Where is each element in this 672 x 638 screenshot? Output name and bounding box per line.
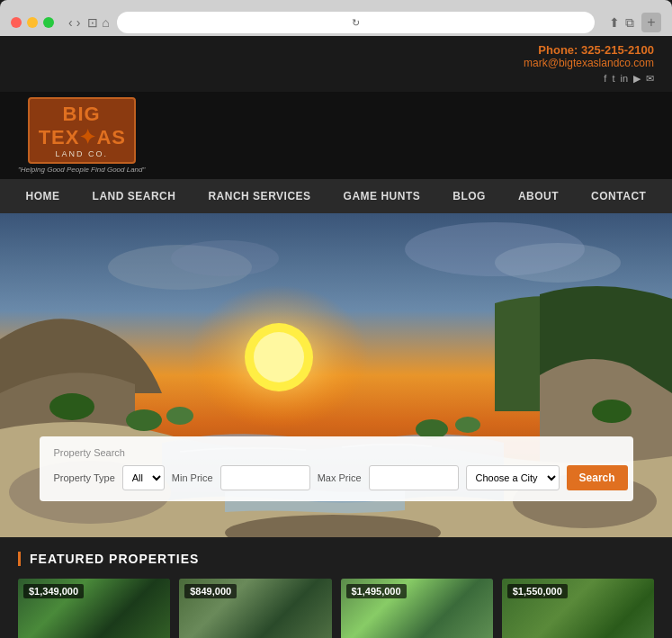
nav-contact[interactable]: CONTACT — [575, 179, 662, 213]
svg-point-12 — [166, 407, 193, 425]
facebook-icon[interactable]: f — [604, 73, 606, 85]
svg-point-14 — [455, 417, 480, 433]
property-image-2: $849,000 — [179, 579, 331, 638]
traffic-lights — [11, 17, 54, 28]
search-label: Property Search — [54, 447, 619, 458]
navigation: HOME LAND SEARCH RANCH SERVICES GAME HUN… — [0, 179, 672, 213]
browser-chrome: ‹ › ⊡ ⌂ ↻ ⬆ ⧉ + — [0, 0, 672, 36]
reload-icon: ↻ — [352, 17, 360, 29]
logo-tagline: "Helping Good People Find Good Land" — [18, 166, 145, 174]
property-type-select[interactable]: All — [122, 465, 165, 490]
max-price-label: Max Price — [318, 472, 362, 483]
logo-big: BIG — [39, 103, 125, 126]
search-button[interactable]: Search — [567, 465, 628, 490]
svg-point-7 — [254, 332, 304, 382]
logo-area[interactable]: BIG TEX✦AS LAND CO. "Helping Good People… — [18, 97, 145, 174]
min-price-input[interactable] — [220, 465, 310, 490]
maximize-button[interactable] — [43, 17, 54, 28]
svg-point-4 — [495, 243, 621, 283]
property-price-4: $1,550,000 — [507, 584, 568, 598]
tabs-button[interactable]: ⧉ — [625, 15, 634, 31]
svg-point-11 — [126, 409, 162, 431]
forward-button[interactable]: › — [76, 15, 81, 30]
twitter-icon[interactable]: t — [612, 73, 614, 85]
property-card-4[interactable]: $1,550,000 235 MERRILL INGRAM, TEXAS 780… — [502, 579, 654, 638]
youtube-icon[interactable]: ▶ — [633, 73, 641, 85]
search-panel: Property Search Property Type All Min Pr… — [40, 436, 633, 501]
property-image-4: $1,550,000 — [502, 579, 654, 638]
featured-section: FEATURED PROPERTIES $1,349,000 1302 HWY … — [0, 537, 672, 638]
svg-point-16 — [592, 400, 632, 423]
svg-point-15 — [49, 393, 94, 420]
max-price-input[interactable] — [369, 465, 459, 490]
logo-box: BIG TEX✦AS LAND CO. — [28, 97, 136, 164]
logo-star: ✦ — [79, 126, 96, 148]
phone-number: Phone: 325-215-2100 — [524, 43, 654, 57]
nav-home[interactable]: HOME — [10, 179, 76, 213]
logo-texas: TEX✦AS — [39, 126, 125, 149]
close-button[interactable] — [11, 17, 22, 28]
social-icons: f t in ▶ ✉ — [524, 73, 654, 85]
top-bar: Phone: 325-215-2100 mark@bigtexaslandco.… — [0, 36, 672, 92]
featured-title: FEATURED PROPERTIES — [18, 552, 654, 566]
property-price-2: $849,000 — [184, 584, 237, 598]
new-tab-button[interactable]: + — [641, 13, 661, 32]
share-button[interactable]: ⬆ — [609, 15, 620, 31]
property-card-1[interactable]: $1,349,000 1302 HWY 39 INGRAM, TEXAS 780… — [18, 579, 170, 638]
nav-about[interactable]: ABOUT — [502, 179, 575, 213]
address-bar[interactable]: ↻ — [117, 12, 595, 33]
nav-arrows: ‹ › — [68, 15, 80, 30]
property-price-1: $1,349,000 — [23, 584, 84, 598]
nav-blog[interactable]: BLOG — [436, 179, 502, 213]
back-button[interactable]: ‹ — [68, 15, 73, 30]
nav-land-search[interactable]: LAND SEARCH — [76, 179, 193, 213]
linkedin-icon[interactable]: in — [620, 73, 628, 85]
svg-point-2 — [171, 240, 279, 276]
phone-value[interactable]: 325-215-2100 — [581, 43, 654, 57]
logo-land: LAND CO. — [39, 149, 125, 158]
contact-info: Phone: 325-215-2100 mark@bigtexaslandco.… — [524, 43, 654, 85]
min-price-label: Min Price — [172, 472, 213, 483]
properties-grid: $1,349,000 1302 HWY 39 INGRAM, TEXAS 780… — [18, 579, 654, 638]
property-price-3: $1,495,000 — [346, 584, 407, 598]
property-type-label: Property Type — [54, 472, 115, 483]
phone-label: Phone: — [538, 43, 578, 57]
nav-game-hunts[interactable]: GAME HUNTS — [327, 179, 437, 213]
email-link[interactable]: mark@bigtexaslandco.com — [524, 57, 654, 69]
property-card-3[interactable]: $1,495,000 407 A UPPER SISTERDALE RD COM… — [341, 579, 493, 638]
site-wrapper: Phone: 325-215-2100 mark@bigtexaslandco.… — [0, 36, 672, 638]
hero-section: Property Search Property Type All Min Pr… — [0, 213, 672, 537]
rss-icon[interactable]: ✉ — [646, 73, 654, 85]
nav-ranch-services[interactable]: RANCH SERVICES — [192, 179, 327, 213]
minimize-button[interactable] — [27, 17, 38, 28]
home-button[interactable]: ⌂ — [102, 15, 109, 30]
property-image-1: $1,349,000 — [18, 579, 170, 638]
search-fields: Property Type All Min Price Max Price Ch… — [54, 465, 619, 490]
view-buttons: ⊡ ⌂ — [87, 15, 109, 30]
property-image-3: $1,495,000 — [341, 579, 493, 638]
header-bar: BIG TEX✦AS LAND CO. "Helping Good People… — [0, 92, 672, 179]
property-card-2[interactable]: $849,000 141 SHIN OAK WAY KERRVILLE, TEX… — [179, 579, 331, 638]
reader-view-button[interactable]: ⊡ — [87, 15, 98, 30]
city-select[interactable]: Choose a City — [466, 465, 560, 490]
browser-actions: ⬆ ⧉ — [609, 15, 634, 31]
